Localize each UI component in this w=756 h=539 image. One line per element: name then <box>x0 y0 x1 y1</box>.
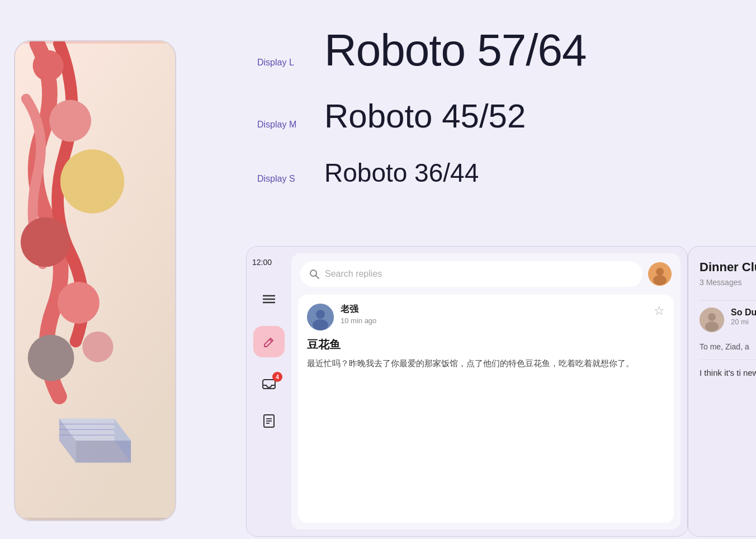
divider-1 <box>700 300 756 301</box>
svg-point-27 <box>656 268 664 276</box>
contact-message-preview: To me, Ziad, a <box>700 341 756 353</box>
app-search-bar: Search replies <box>291 253 681 295</box>
left-panel <box>0 0 190 539</box>
message-time: 10 min ago <box>341 316 654 325</box>
star-icon[interactable]: ☆ <box>654 304 665 318</box>
app-main-content: Search replies <box>291 253 681 529</box>
type-row-display-m: Display M Roboto 45/52 <box>257 88 722 144</box>
panel-subtitle: 3 Messages <box>700 278 756 287</box>
type-label-display-s: Display S <box>257 174 324 184</box>
type-row-display-l: Display L Roboto 57/64 <box>257 17 722 84</box>
svg-point-6 <box>28 335 74 381</box>
message-title: 豆花鱼 <box>307 337 665 352</box>
svg-point-31 <box>313 319 328 330</box>
inbox-icon-btn[interactable]: 4 <box>259 374 279 394</box>
sender-avatar <box>307 304 334 330</box>
app-mockup: 12:00 <box>246 246 688 537</box>
phone-mockup <box>14 40 176 521</box>
edit-icon <box>263 335 275 348</box>
type-text-display-l: Roboto 57/64 <box>324 28 586 73</box>
app-sidebar: 12:00 <box>247 247 291 536</box>
menu-icon <box>263 295 275 304</box>
message-body: 最近忙吗？昨晚我去了你最爱的那家饭馆，点了他们的特色豆花鱼，吃着吃着就想你了。 <box>307 357 665 370</box>
type-label-display-l: Display L <box>257 58 324 68</box>
sender-name: 老强 <box>341 304 654 315</box>
svg-point-30 <box>316 310 325 319</box>
type-label-display-m: Display M <box>257 120 324 130</box>
user-avatar-img <box>648 262 672 286</box>
type-text-display-s: Roboto 36/44 <box>324 160 479 186</box>
menu-icon-btn[interactable] <box>259 289 279 309</box>
contact-name: So Du <box>731 308 756 318</box>
inbox-badge: 4 <box>272 372 282 382</box>
svg-point-3 <box>60 149 124 213</box>
sender-avatar-img <box>307 304 334 330</box>
search-placeholder-text: Search replies <box>325 269 382 279</box>
contact-avatar <box>700 308 724 332</box>
svg-point-7 <box>82 332 113 362</box>
type-text-display-m: Roboto 45/52 <box>324 100 526 133</box>
panel-title: Dinner Clu <box>700 260 756 275</box>
edit-fab-btn[interactable] <box>253 326 285 357</box>
right-panel: Display L Roboto 57/64 Display M Roboto … <box>190 0 756 539</box>
svg-point-33 <box>708 313 716 321</box>
right-contacts-panel: Dinner Clu 3 Messages So Du 20 mi To me,… <box>688 246 756 537</box>
contact-info: So Du 20 mi <box>731 308 756 326</box>
illustration-svg <box>15 41 175 520</box>
svg-marker-11 <box>75 441 131 462</box>
type-row-display-s: Display S Roboto 36/44 <box>257 149 722 197</box>
contact-row[interactable]: So Du 20 mi <box>700 308 756 332</box>
svg-point-28 <box>653 275 667 285</box>
search-icon <box>309 269 319 279</box>
svg-point-4 <box>21 218 70 267</box>
message-info: 老强 10 min ago <box>341 304 654 325</box>
svg-point-2 <box>49 100 91 142</box>
svg-point-34 <box>705 321 719 332</box>
search-input-container[interactable]: Search replies <box>300 261 642 287</box>
message-card: 老强 10 min ago ☆ 豆花鱼 最近忙吗？昨晚我去了你最爱的那家饭馆，点… <box>298 295 674 523</box>
svg-point-5 <box>58 282 100 324</box>
notes-icon <box>263 414 275 428</box>
svg-point-1 <box>33 50 64 81</box>
svg-line-25 <box>316 276 319 278</box>
divider-2 <box>700 360 756 360</box>
notes-icon-btn[interactable] <box>259 411 279 431</box>
typography-section: Display L Roboto 57/64 Display M Roboto … <box>190 0 756 197</box>
contact-avatar-img <box>700 308 724 332</box>
user-avatar <box>648 262 672 286</box>
contact-time: 20 mi <box>731 318 756 326</box>
preview-text: I think it's ti new spot do <box>700 367 756 380</box>
message-header: 老强 10 min ago ☆ <box>307 304 665 330</box>
app-time: 12:00 <box>247 258 272 267</box>
